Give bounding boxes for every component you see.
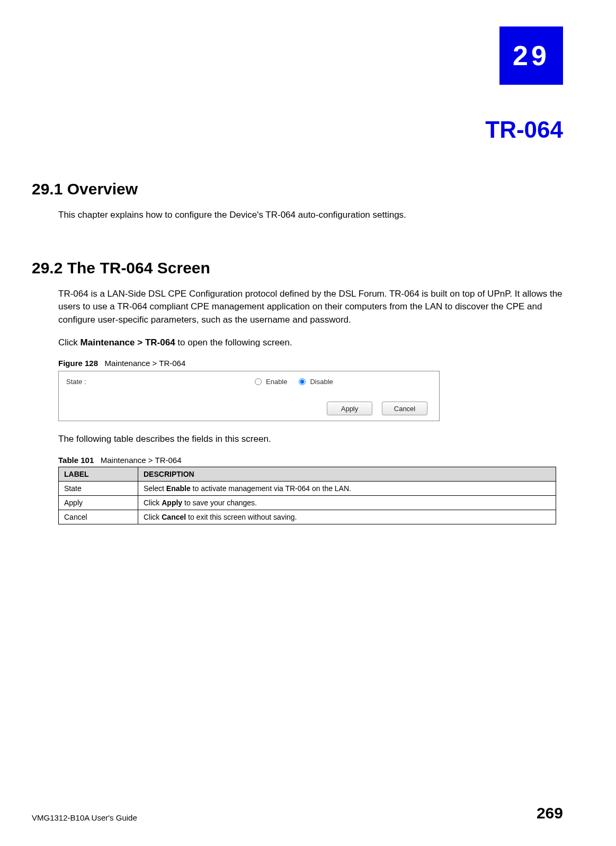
- desc-pre: Select: [144, 484, 166, 493]
- figure-label: Figure 128: [58, 359, 98, 368]
- state-label: State :: [66, 378, 241, 386]
- screen-body-2-post: to open the following screen.: [175, 337, 292, 348]
- table-cell-label: State: [59, 481, 138, 495]
- table-caption-text: Maintenance > TR-064: [101, 456, 182, 465]
- radio-group: Enable Disable: [245, 378, 333, 386]
- table-header-row: LABEL DESCRIPTION: [59, 467, 556, 481]
- table-cell-label: Cancel: [59, 510, 138, 524]
- page-number: 269: [537, 804, 563, 822]
- desc-post: to activate management via TR-064 on the…: [191, 484, 351, 493]
- desc-post: to save your changes.: [182, 498, 257, 507]
- table-row: Cancel Click Cancel to exit this screen …: [59, 510, 556, 524]
- chapter-badge: 29: [499, 26, 563, 85]
- table-cell-desc: Click Cancel to exit this screen without…: [138, 510, 556, 524]
- screen-body-2-pre: Click: [58, 337, 81, 348]
- screen-body-2-bold: Maintenance > TR-064: [81, 337, 175, 348]
- enable-radio[interactable]: [255, 378, 262, 385]
- table-header-description: DESCRIPTION: [138, 467, 556, 481]
- table-header-label: LABEL: [59, 467, 138, 481]
- disable-radio-label: Disable: [310, 378, 333, 386]
- cancel-button[interactable]: Cancel: [382, 402, 427, 415]
- desc-bold: Enable: [166, 484, 191, 493]
- table-row: State Select Enable to activate manageme…: [59, 481, 556, 495]
- table-caption: Table 101 Maintenance > TR-064: [58, 456, 563, 465]
- section-heading-overview: 29.1 Overview: [32, 180, 563, 198]
- section-heading-screen: 29.2 The TR-064 Screen: [32, 259, 563, 277]
- button-row: Apply Cancel: [66, 402, 432, 415]
- table-row: Apply Click Apply to save your changes.: [59, 495, 556, 510]
- fields-table: LABEL DESCRIPTION State Select Enable to…: [58, 467, 556, 524]
- state-row: State : Enable Disable: [66, 378, 432, 386]
- screen-body-2: Click Maintenance > TR-064 to open the f…: [58, 336, 563, 350]
- desc-post: to exit this screen without saving.: [186, 513, 297, 521]
- desc-bold: Apply: [162, 498, 182, 507]
- footer-guide: VMG1312-B10A User's Guide: [32, 813, 137, 822]
- table-cell-desc: Click Apply to save your changes.: [138, 495, 556, 510]
- figure-caption: Figure 128 Maintenance > TR-064: [58, 359, 563, 368]
- page: 29 TR-064 29.1 Overview This chapter exp…: [0, 0, 616, 846]
- screenshot-figure: State : Enable Disable Apply Cancel: [58, 371, 440, 421]
- enable-radio-label: Enable: [266, 378, 287, 386]
- screen-body-3: The following table describes the fields…: [58, 433, 563, 446]
- apply-button[interactable]: Apply: [327, 402, 372, 415]
- screen-body-1: TR-064 is a LAN-Side DSL CPE Configurati…: [58, 288, 563, 327]
- figure-caption-text: Maintenance > TR-064: [105, 359, 186, 368]
- table-cell-label: Apply: [59, 495, 138, 510]
- chapter-number: 29: [513, 40, 550, 72]
- desc-pre: Click: [144, 513, 162, 521]
- desc-pre: Click: [144, 498, 162, 507]
- chapter-title: TR-064: [32, 117, 563, 143]
- table-label: Table 101: [58, 456, 94, 465]
- desc-bold: Cancel: [162, 513, 186, 521]
- overview-body: This chapter explains how to configure t…: [58, 209, 563, 222]
- table-cell-desc: Select Enable to activate management via…: [138, 481, 556, 495]
- footer: VMG1312-B10A User's Guide 269: [32, 804, 563, 822]
- disable-radio[interactable]: [299, 378, 306, 385]
